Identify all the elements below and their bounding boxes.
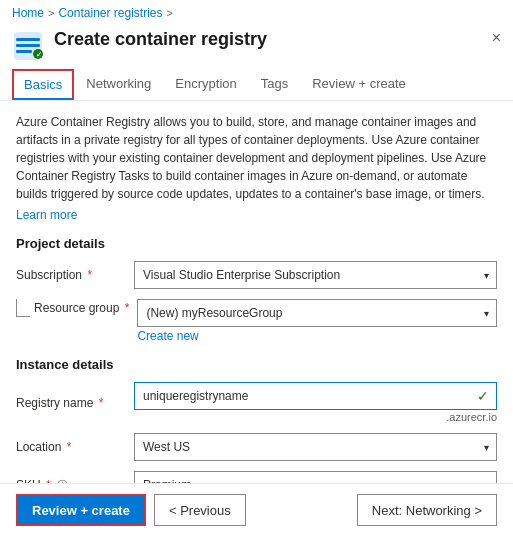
subscription-row: Subscription * Visual Studio Enterprise … (16, 261, 497, 289)
subscription-control: Visual Studio Enterprise Subscription ▾ (134, 261, 497, 289)
location-select[interactable]: West US (134, 433, 497, 461)
registry-name-input-wrapper: ✓ (134, 382, 497, 410)
registry-icon: ✓ (12, 30, 44, 62)
registry-name-input[interactable] (134, 382, 497, 410)
breadcrumb-sep-1: > (48, 7, 54, 19)
registry-name-check-icon: ✓ (477, 388, 489, 404)
close-button[interactable]: × (492, 30, 501, 46)
resource-group-select[interactable]: (New) myResourceGroup (137, 299, 497, 327)
location-select-wrapper: West US ▾ (134, 433, 497, 461)
section-project-details: Project details (16, 236, 497, 251)
subscription-required: * (84, 268, 92, 282)
resource-group-indent: Resource group * (16, 299, 129, 317)
create-registry-panel: Home > Container registries > ✓ Create c… (0, 0, 513, 536)
section-instance-details: Instance details (16, 357, 497, 372)
sku-select-wrapper: Premium ▾ (134, 471, 497, 483)
tabs-container: Basics Networking Encryption Tags Review… (0, 68, 513, 101)
registry-name-required: * (95, 396, 103, 410)
subscription-select[interactable]: Visual Studio Enterprise Subscription (134, 261, 497, 289)
registry-name-label: Registry name * (16, 396, 126, 410)
panel-header: ✓ Create container registry × (0, 24, 513, 68)
description-text: Azure Container Registry allows you to b… (16, 113, 497, 203)
indent-line (16, 299, 30, 317)
location-control: West US ▾ (134, 433, 497, 461)
subscription-select-wrapper: Visual Studio Enterprise Subscription ▾ (134, 261, 497, 289)
next-networking-button[interactable]: Next: Networking > (357, 494, 497, 526)
content-area: Azure Container Registry allows you to b… (0, 101, 513, 483)
review-create-button[interactable]: Review + create (16, 494, 146, 526)
learn-more-link[interactable]: Learn more (16, 208, 77, 222)
footer: Review + create < Previous Next: Network… (0, 483, 513, 536)
breadcrumb-sep-2: > (167, 7, 173, 19)
tab-encryption[interactable]: Encryption (163, 68, 248, 101)
location-row: Location * West US ▾ (16, 433, 497, 461)
azurecrio-suffix: .azurecr.io (134, 411, 497, 423)
sku-row: SKU * ⓘ Premium ▾ (16, 471, 497, 483)
create-new-link[interactable]: Create new (137, 329, 497, 343)
svg-rect-2 (16, 44, 40, 47)
breadcrumb-home[interactable]: Home (12, 6, 44, 20)
registry-name-row: Registry name * ✓ .azurecr.io (16, 382, 497, 423)
location-required: * (63, 440, 71, 454)
tab-networking[interactable]: Networking (74, 68, 163, 101)
resource-group-label: Resource group * (34, 301, 129, 315)
sku-control: Premium ▾ (134, 471, 497, 483)
resource-group-select-wrapper: (New) myResourceGroup ▾ (137, 299, 497, 327)
subscription-label: Subscription * (16, 268, 126, 282)
registry-name-control: ✓ .azurecr.io (134, 382, 497, 423)
breadcrumb: Home > Container registries > (0, 0, 513, 24)
breadcrumb-container-registries[interactable]: Container registries (58, 6, 162, 20)
svg-rect-3 (16, 50, 32, 53)
panel-title: Create container registry (54, 28, 267, 51)
rg-required: * (121, 301, 129, 315)
sku-select[interactable]: Premium (134, 471, 497, 483)
resource-group-control: (New) myResourceGroup ▾ Create new (137, 299, 497, 343)
svg-text:✓: ✓ (36, 51, 42, 58)
resource-group-label-row: Resource group * (16, 299, 129, 317)
location-label: Location * (16, 440, 126, 454)
tab-basics[interactable]: Basics (12, 69, 74, 100)
resource-group-row: Resource group * (New) myResourceGroup ▾… (16, 299, 497, 343)
tab-review-create[interactable]: Review + create (300, 68, 418, 101)
previous-button[interactable]: < Previous (154, 494, 246, 526)
tab-tags[interactable]: Tags (249, 68, 300, 101)
svg-rect-1 (16, 38, 40, 41)
